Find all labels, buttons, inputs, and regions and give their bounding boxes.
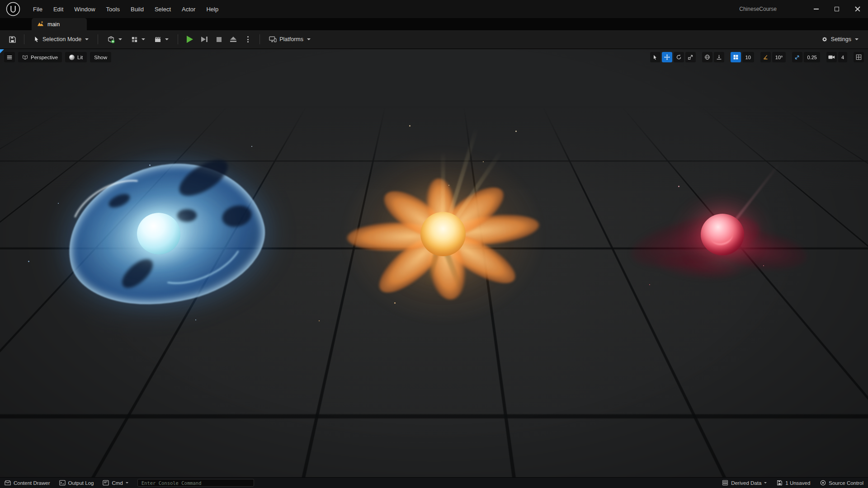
source-control-label: Source Control: [829, 480, 863, 486]
menu-tools[interactable]: Tools: [101, 4, 125, 15]
lit-label: Lit: [77, 55, 83, 60]
toolbar-separator: [24, 34, 24, 44]
title-bar-right: ChineseCourse: [739, 0, 868, 18]
platforms-icon: [269, 36, 277, 42]
show-flags-dropdown[interactable]: Show: [90, 52, 111, 62]
window-controls: [806, 0, 868, 18]
cmd-icon: [103, 480, 109, 486]
quick-add-dropdown[interactable]: [103, 33, 126, 46]
asset-tab-bar: main: [0, 18, 868, 30]
chevron-down-icon: [126, 482, 128, 483]
menu-build[interactable]: Build: [126, 4, 149, 15]
scale-snapping-button[interactable]: [792, 52, 802, 62]
title-bar: File Edit Window Tools Build Select Acto…: [0, 0, 868, 18]
viewport-focus-corner: [0, 49, 4, 53]
cmd-label: Cmd: [112, 480, 123, 486]
tab-main-level[interactable]: main: [32, 18, 87, 30]
skip-frame-button[interactable]: [198, 33, 211, 46]
content-drawer-button[interactable]: Content Drawer: [5, 480, 50, 486]
selection-mode-dropdown[interactable]: Selection Mode: [29, 33, 93, 45]
grid-snap-icon: [733, 54, 739, 60]
save-button[interactable]: [5, 33, 19, 46]
stop-icon: [217, 37, 222, 42]
globe-icon: [704, 54, 710, 60]
show-label: Show: [94, 55, 107, 60]
chevron-down-icon: [118, 38, 122, 40]
chevron-down-icon: [764, 482, 767, 483]
settings-dropdown[interactable]: Settings: [817, 33, 863, 46]
grid-snapping-button[interactable]: [731, 52, 741, 62]
console-command-input[interactable]: [137, 479, 254, 487]
blueprints-dropdown[interactable]: [127, 33, 149, 46]
play-button[interactable]: [183, 33, 197, 46]
rotate-icon: [676, 54, 682, 60]
clapperboard-icon: [154, 36, 161, 43]
skip-icon: [201, 37, 208, 42]
viewport-toolbar: Perspective Lit Show: [4, 52, 864, 62]
restore-icon: [835, 7, 839, 11]
unsaved-changes-button[interactable]: 1 Unsaved: [777, 480, 810, 486]
save-icon: [9, 36, 16, 43]
world-local-toggle-button[interactable]: [702, 52, 712, 62]
view-mode-dropdown[interactable]: Lit: [65, 52, 87, 62]
minimize-button[interactable]: [806, 0, 826, 18]
camera-speed-button[interactable]: [826, 52, 837, 62]
quad-view-icon: [856, 54, 862, 60]
hamburger-menu-icon: [6, 54, 13, 61]
menu-actor[interactable]: Actor: [177, 4, 200, 15]
chevron-down-icon: [307, 38, 311, 40]
rotation-snap-value[interactable]: 10°: [772, 52, 786, 62]
stop-button[interactable]: [212, 33, 226, 46]
content-drawer-icon: [5, 480, 11, 486]
cmd-dropdown[interactable]: Cmd: [103, 480, 128, 486]
eject-icon: [230, 37, 236, 42]
derived-data-label: Derived Data: [731, 480, 761, 486]
close-button[interactable]: [847, 0, 868, 18]
grid-snap-value[interactable]: 10: [742, 52, 754, 62]
viewport-layout-button[interactable]: [854, 52, 864, 62]
tab-label: main: [47, 21, 60, 28]
scale-icon: [688, 54, 693, 60]
derived-data-button[interactable]: Derived Data: [722, 480, 767, 486]
source-control-button[interactable]: Source Control: [820, 480, 863, 486]
scale-snap-icon: [794, 54, 800, 60]
rotation-snapping-button[interactable]: [760, 52, 771, 62]
main-menu-bar: File Edit Window Tools Build Select Acto…: [28, 4, 223, 15]
viewport-options-button[interactable]: [4, 52, 15, 62]
cinematics-dropdown[interactable]: [150, 33, 173, 46]
perspective-dropdown[interactable]: Perspective: [18, 52, 62, 62]
unreal-editor-window: File Edit Window Tools Build Select Acto…: [0, 0, 868, 488]
unsaved-save-icon: [777, 480, 783, 486]
eject-button[interactable]: [226, 33, 240, 46]
menu-help[interactable]: Help: [201, 4, 223, 15]
select-tool-button[interactable]: [650, 52, 660, 62]
content-drawer-label: Content Drawer: [14, 480, 50, 486]
platforms-dropdown[interactable]: Platforms: [265, 33, 315, 45]
play-options-button[interactable]: [241, 33, 255, 46]
menu-window[interactable]: Window: [69, 4, 100, 15]
rotate-tool-button[interactable]: [674, 52, 684, 62]
angle-snap-icon: [763, 54, 769, 60]
output-log-button[interactable]: Output Log: [59, 480, 94, 486]
settings-label: Settings: [831, 36, 851, 42]
menu-edit[interactable]: Edit: [48, 4, 68, 15]
level-viewport[interactable]: Perspective Lit Show: [0, 49, 868, 477]
surface-snapping-button[interactable]: [714, 52, 724, 62]
unreal-engine-logo-icon[interactable]: [5, 1, 21, 17]
move-tool-button[interactable]: [662, 52, 672, 62]
camera-speed-value[interactable]: 4: [838, 52, 847, 62]
output-log-label: Output Log: [68, 480, 94, 486]
selection-mode-label: Selection Mode: [42, 36, 81, 42]
restore-button[interactable]: [826, 0, 847, 18]
viewport-vignette: [0, 49, 868, 477]
menu-select[interactable]: Select: [150, 4, 176, 15]
camera-icon: [828, 55, 835, 60]
add-actor-icon: [107, 36, 115, 43]
kebab-menu-icon: [247, 36, 249, 42]
scale-tool-button[interactable]: [685, 52, 696, 62]
output-log-icon: [59, 480, 66, 486]
main-toolbar: Selection Mode Platfor: [0, 30, 868, 49]
menu-file[interactable]: File: [28, 4, 47, 15]
lit-sphere-icon: [69, 55, 75, 60]
scale-snap-value[interactable]: 0.25: [804, 52, 820, 62]
